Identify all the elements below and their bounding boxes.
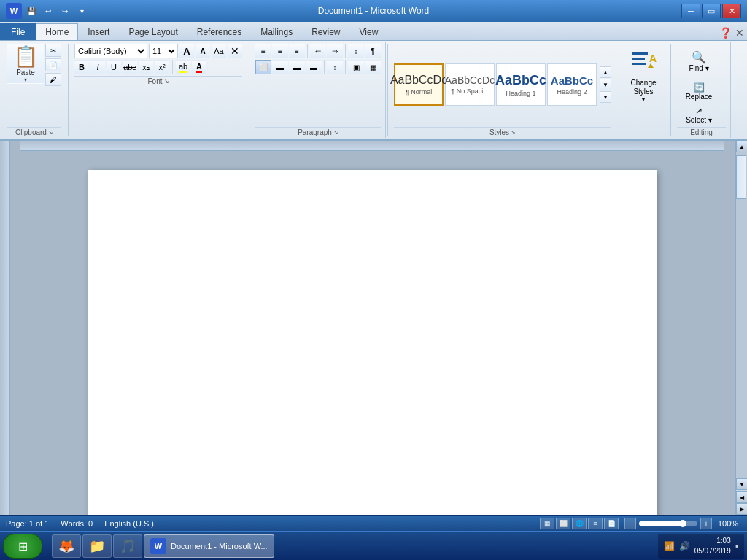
cut-button[interactable]: ✂ [45,44,61,57]
tab-review[interactable]: Review [302,23,349,40]
bullets-button[interactable]: ≡ [255,44,271,58]
paragraph-expand-icon[interactable]: ↘ [333,129,338,136]
zoom-slider-track[interactable] [639,521,697,526]
align-left-button[interactable]: ⬜ [255,60,271,74]
scroll-down-button[interactable]: ▼ [736,478,747,490]
highlight-button[interactable]: ab [176,60,190,74]
ribbon-close-button[interactable]: ✕ [732,26,747,40]
save-quick-button[interactable]: 💾 [24,4,39,18]
replace-button[interactable]: 🔄 Replace [677,80,721,102]
style-no-spacing[interactable]: AaBbCcDc ¶ No Spaci... [445,63,495,106]
taskbar-app-word[interactable]: W Document1 - Microsoft W... [144,534,274,558]
superscript-button[interactable]: x² [155,60,169,74]
clear-format-button[interactable]: ✕ [228,44,242,58]
clipboard-expand-icon[interactable]: ↘ [48,129,53,136]
tab-insert[interactable]: Insert [78,23,119,40]
scroll-next-page-button[interactable]: ▶ [736,503,747,515]
justify-button[interactable]: ▬ [306,60,322,74]
styles-label-btn[interactable]: Styles ↘ [394,128,611,136]
italic-button[interactable]: I [90,60,105,74]
strikethrough-button[interactable]: abc [123,60,137,74]
multilevel-list-button[interactable]: ≡ [289,44,305,58]
paste-button[interactable]: 📋 Paste ▾ [7,44,44,84]
tab-references[interactable]: References [187,23,251,40]
tray-network-icon[interactable]: 📶 [664,541,675,551]
document-page[interactable] [88,170,657,515]
shading-button[interactable]: ▣ [348,60,364,74]
shrink-font-button[interactable]: A [196,44,210,58]
styles-scroll-up[interactable]: ▲ [600,66,611,78]
undo-quick-button[interactable]: ↩ [41,4,55,18]
minimize-button[interactable]: ─ [681,4,700,18]
show-marks-button[interactable]: ¶ [365,44,381,58]
style-heading1[interactable]: AaBbCc Heading 1 [496,63,546,106]
style-heading2[interactable]: AaBbCc Heading 2 [547,63,597,106]
decrease-indent-button[interactable]: ⇐ [310,44,326,58]
taskbar-app-explorer[interactable]: 📁 [82,534,112,558]
tab-page-layout[interactable]: Page Layout [119,23,187,40]
scroll-up-button[interactable]: ▲ [736,141,747,152]
window-title: Document1 - Microsoft Word [318,6,430,16]
bold-button[interactable]: B [74,60,89,74]
subscript-button[interactable]: x₂ [139,60,153,74]
tab-home[interactable]: Home [36,23,78,40]
format-painter-button[interactable]: 🖌 [45,73,61,86]
outline-view-button[interactable]: ≡ [588,518,603,529]
borders-button[interactable]: ▦ [365,60,381,74]
quick-access-dropdown[interactable]: ▾ [74,4,89,18]
tray-volume-icon[interactable]: 🔊 [679,541,690,551]
system-clock[interactable]: 1:03 05/07/2019 [694,536,731,556]
print-layout-button[interactable]: ▦ [540,518,554,529]
web-layout-button[interactable]: 🌐 [572,518,587,529]
taskbar-app-media[interactable]: 🎵 [113,534,142,558]
zoom-out-button[interactable]: ─ [624,518,636,529]
select-button[interactable]: ↗ Select ▾ [677,104,721,125]
font-name-select[interactable]: Calibri (Body) [74,44,147,58]
styles-more[interactable]: ▾ [600,91,611,103]
find-button[interactable]: 🔍 Find ▾ [677,44,721,79]
font-expand-icon[interactable]: ↘ [164,78,169,85]
full-screen-button[interactable]: ⬜ [556,518,570,529]
ribbon-divider-1 [68,44,69,136]
copy-button[interactable]: 📄 [45,58,61,71]
content-area[interactable] [10,141,735,515]
start-button[interactable]: ⊞ [3,534,42,559]
tab-mailings[interactable]: Mailings [251,23,302,40]
scroll-prev-page-button[interactable]: ◀ [736,491,747,503]
sort-button[interactable]: ↕ [348,44,364,58]
grow-font-button[interactable]: A [179,44,194,58]
font-color-button[interactable]: A [192,60,206,74]
align-right-button[interactable]: ▬ [289,60,305,74]
close-button[interactable]: ✕ [722,4,741,18]
underline-button[interactable]: U [107,60,121,74]
tab-view[interactable]: View [350,23,388,40]
maximize-button[interactable]: ▭ [702,4,721,18]
para-divider-4 [345,60,346,74]
align-center-button[interactable]: ▬ [272,60,288,74]
ribbon: 📋 Paste ▾ ✂ 📄 🖌 Clipboard ↘ Calibri (Bod… [0,41,747,141]
zoom-slider-thumb[interactable] [679,520,686,527]
numbering-button[interactable]: ≡ [272,44,288,58]
increase-indent-button[interactable]: ⇒ [327,44,343,58]
paragraph-label-btn[interactable]: Paragraph ↘ [255,128,381,136]
paste-dropdown-arrow[interactable]: ▾ [24,77,27,83]
clipboard-label-btn[interactable]: Clipboard ↘ [7,128,61,136]
scroll-track[interactable] [736,152,747,478]
zoom-in-button[interactable]: + [700,518,712,529]
system-tray: 📶 🔊 1:03 05/07/2019 ▪ [658,534,744,559]
scroll-thumb[interactable] [736,155,746,199]
styles-scroll-down[interactable]: ▼ [600,79,611,90]
tab-file[interactable]: File [0,23,36,40]
change-case-button[interactable]: Aa [212,44,226,58]
styles-expand-icon[interactable]: ↘ [511,129,516,136]
change-styles-button[interactable]: A ChangeStyles ▾ [622,44,665,106]
draft-view-button[interactable]: 📄 [604,518,619,529]
redo-quick-button[interactable]: ↪ [58,4,72,18]
ribbon-help-button[interactable]: ❓ [718,26,732,40]
taskbar-app-firefox[interactable]: 🦊 [52,534,81,558]
tray-show-desktop-icon[interactable]: ▪ [735,541,738,551]
font-label-btn[interactable]: Font ↘ [74,77,242,85]
line-spacing-button[interactable]: ↕ [327,60,343,74]
style-normal[interactable]: AaBbCcDc ¶ Normal [394,63,444,106]
font-size-select[interactable]: 11 [149,44,178,58]
